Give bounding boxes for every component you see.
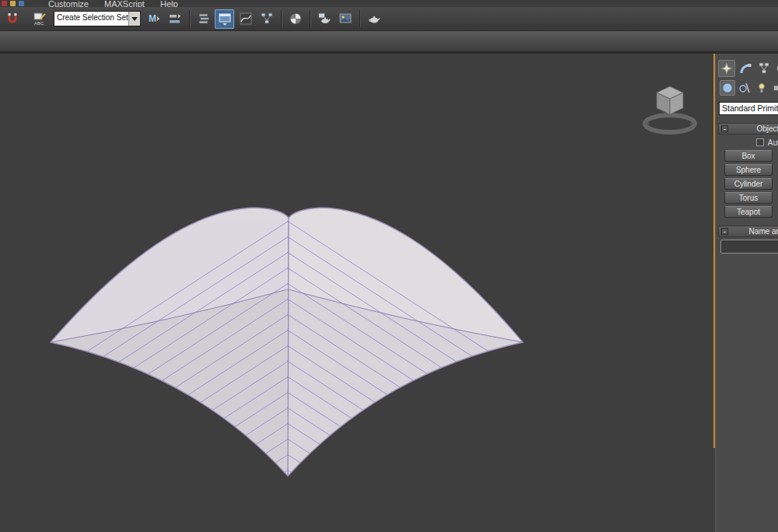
object-name-field[interactable] [720, 240, 778, 254]
canopy-surface-object[interactable] [0, 54, 715, 532]
command-panel-tabs [718, 60, 778, 77]
object-type-rollout-title: Object Type [756, 124, 778, 133]
chevron-down-icon [131, 17, 138, 21]
menu-maxscript[interactable]: MAXScript [104, 0, 145, 7]
render-setup-icon[interactable] [314, 9, 334, 29]
name-color-rollout-title: Name and Color [749, 227, 778, 236]
selection-set-arrow[interactable] [128, 12, 140, 26]
modify-tab[interactable] [737, 60, 754, 77]
mirror-icon[interactable]: M [144, 9, 163, 29]
create-tab[interactable] [718, 60, 735, 77]
quick-access-icon[interactable] [10, 1, 16, 6]
lights-subtab-icon [755, 82, 768, 94]
schematic-view-icon[interactable] [257, 9, 276, 29]
toolbar-separator [189, 10, 191, 27]
3ds-max-window: CustomizeMAXScriptHelp ABC Create Select… [0, 0, 778, 532]
teapot-button[interactable]: Teapot [724, 206, 773, 218]
app-menu-icon[interactable] [2, 1, 7, 6]
category-dropdown-value: Standard Primitives [722, 103, 778, 113]
magnet-icon [5, 12, 19, 26]
toolbar-separator [359, 10, 361, 27]
abc-label: ABC [34, 21, 44, 26]
geometry-subtab-icon [721, 82, 734, 94]
curve-editor-icon[interactable] [236, 9, 255, 29]
toolbar-separator [310, 10, 311, 27]
collapse-minus-icon[interactable]: - [721, 125, 728, 132]
box-button[interactable]: Box [724, 150, 773, 162]
sphere-button[interactable]: Sphere [724, 164, 773, 176]
name-color-rollout-header[interactable]: - Name and Color [718, 226, 778, 237]
shapes-subtab-icon [738, 82, 751, 94]
geometry-subtab[interactable] [720, 80, 735, 96]
command-panel: Standard Primitives - Object Type AutoGr… [715, 54, 778, 532]
hierarchy-tab-icon [757, 61, 771, 75]
autogrid-row: AutoGrid [718, 137, 778, 148]
mirror-m-glyph: M [149, 13, 156, 24]
viewcube-ring[interactable] [645, 115, 695, 132]
autogrid-label: AutoGrid [768, 138, 778, 147]
snap-toggle-icon[interactable] [2, 9, 22, 29]
rendered-frame-window-icon[interactable] [335, 9, 355, 29]
menu-help[interactable]: Help [160, 0, 178, 7]
toolbar-separator [281, 10, 282, 27]
torus-button[interactable]: Torus [724, 192, 773, 204]
layer-manager-icon[interactable] [194, 9, 213, 29]
align-icon[interactable] [165, 9, 184, 29]
lights-subtab[interactable] [754, 80, 769, 96]
menu-items: CustomizeMAXScriptHelp [48, 0, 194, 7]
selection-set-dropdown[interactable]: Create Selection Set [54, 11, 141, 26]
motion-tab[interactable] [774, 60, 778, 77]
graphite-ribbon-strip [0, 31, 778, 54]
menu-bar: CustomizeMAXScriptHelp [0, 0, 778, 7]
modify-tab-icon [738, 61, 752, 75]
collapse-minus-icon[interactable]: - [721, 228, 728, 235]
hierarchy-tab[interactable] [755, 60, 773, 77]
render-production-icon[interactable] [364, 9, 384, 29]
cylinder-button[interactable]: Cylinder [724, 178, 773, 190]
cameras-subtab-icon [773, 82, 778, 94]
viewcube-navigation[interactable] [636, 80, 703, 136]
category-dropdown[interactable]: Standard Primitives [719, 102, 778, 115]
create-subtabs [720, 80, 778, 96]
main-area: Standard Primitives - Object Type AutoGr… [0, 54, 778, 532]
cameras-subtab[interactable] [771, 80, 778, 96]
main-toolbar: ABC Create Selection Set M [0, 7, 778, 31]
edit-named-selection-sets-icon[interactable]: ABC [30, 9, 49, 29]
create-tab-icon [720, 61, 734, 75]
viewport-canvas[interactable] [0, 54, 715, 532]
menu-customize[interactable]: Customize [48, 0, 89, 7]
object-type-rollout-header[interactable]: - Object Type [718, 123, 778, 135]
workspace-icon[interactable] [19, 1, 24, 6]
material-editor-icon[interactable] [286, 9, 305, 29]
viewport-active-border [713, 54, 715, 448]
ribbon-toggle-icon[interactable] [215, 9, 234, 29]
selection-set-value: Create Selection Set [54, 12, 128, 26]
shapes-subtab[interactable] [737, 80, 752, 96]
autogrid-checkbox[interactable] [756, 138, 764, 146]
